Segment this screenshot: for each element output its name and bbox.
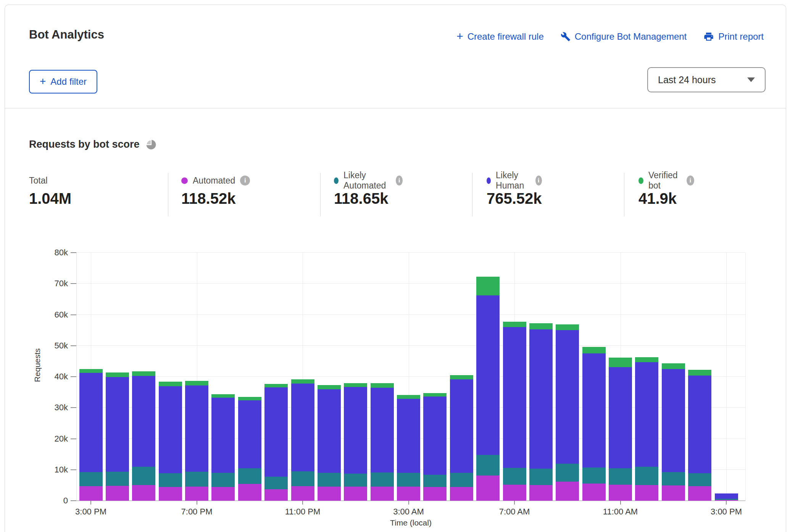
- chart-bar-4-00-AM[interactable]: [423, 393, 447, 501]
- chart-bar-1-00-AM[interactable]: [344, 383, 367, 501]
- x-axis-tick: [726, 501, 727, 505]
- bar-segment-automated: [211, 487, 235, 501]
- bar-segment-likely-automated: [344, 474, 367, 487]
- bar-segment-likely-human: [344, 387, 367, 474]
- plot-right-border: [745, 253, 746, 501]
- chart-bar-9-00-AM[interactable]: [556, 324, 579, 501]
- bar-segment-verified-bot: [79, 369, 103, 373]
- bar-segment-verified-bot: [582, 347, 606, 353]
- chart-bar-11-00-PM[interactable]: [291, 379, 314, 501]
- y-tick-label: 40k: [38, 372, 68, 382]
- bar-segment-likely-automated: [556, 464, 579, 482]
- bar-segment-likely-human: [79, 373, 103, 472]
- chart-bar-2-00-AM[interactable]: [371, 383, 394, 501]
- bar-segment-likely-human: [397, 399, 420, 473]
- bar-segment-automated: [556, 482, 579, 501]
- bar-segment-likely-automated: [132, 467, 155, 485]
- bar-segment-automated: [106, 486, 129, 501]
- chart-bar-8-00-PM[interactable]: [211, 394, 235, 501]
- bar-segment-likely-automated: [159, 473, 182, 487]
- y-tick-label: 50k: [38, 341, 68, 351]
- bar-segment-verified-bot: [159, 382, 182, 386]
- y-axis-tick: [71, 500, 76, 501]
- bar-segment-automated: [635, 485, 658, 501]
- y-axis-tick: [71, 376, 76, 377]
- chart-bar-10-00-PM[interactable]: [264, 384, 288, 501]
- x-tick-label: 11:00 AM: [586, 507, 655, 517]
- bar-segment-likely-human: [476, 295, 500, 455]
- y-tick-label: 10k: [38, 465, 68, 475]
- bar-segment-verified-bot: [397, 395, 420, 399]
- bar-segment-likely-automated: [582, 468, 606, 484]
- bar-segment-likely-human: [211, 398, 235, 473]
- bar-segment-verified-bot: [635, 357, 658, 362]
- bar-segment-likely-automated: [662, 472, 685, 485]
- bar-segment-likely-automated: [106, 472, 129, 486]
- bar-segment-verified-bot: [185, 381, 208, 385]
- bar-segment-automated: [318, 487, 341, 501]
- bar-segment-verified-bot: [264, 384, 288, 388]
- bar-segment-verified-bot: [106, 372, 129, 377]
- bar-segment-likely-automated: [79, 472, 103, 486]
- x-tick-label: 3:00 PM: [692, 507, 761, 517]
- requests-chart: 010k20k30k40k50k60k70k80k3:00 PM7:00 PM1…: [0, 0, 790, 532]
- chart-bar-4-00-PM[interactable]: [106, 372, 129, 501]
- bar-segment-likely-automated: [529, 469, 553, 485]
- y-tick-label: 0: [38, 496, 68, 506]
- bar-segment-likely-human: [371, 388, 394, 472]
- bar-segment-verified-bot: [371, 383, 394, 388]
- x-axis-tick: [302, 501, 303, 505]
- bar-segment-likely-human: [264, 387, 288, 476]
- x-axis-tick: [90, 501, 91, 505]
- y-axis-tick: [71, 438, 76, 439]
- y-tick-label: 70k: [38, 279, 68, 289]
- chart-bar-2-00-PM[interactable]: [688, 370, 711, 501]
- chart-bar-3-00-PM[interactable]: [715, 493, 738, 501]
- bar-segment-likely-automated: [609, 468, 632, 485]
- chart-bar-7-00-AM[interactable]: [503, 322, 526, 501]
- chart-bar-3-00-AM[interactable]: [397, 395, 420, 501]
- bar-segment-likely-human: [450, 379, 473, 473]
- bar-segment-likely-automated: [371, 472, 394, 487]
- bar-segment-likely-human: [503, 327, 526, 468]
- gridline-h: [76, 252, 745, 253]
- bar-segment-verified-bot: [556, 324, 579, 330]
- chart-bar-5-00-AM[interactable]: [450, 375, 473, 501]
- chart-bar-6-00-AM[interactable]: [476, 277, 500, 501]
- y-tick-label: 80k: [38, 248, 68, 258]
- bar-segment-automated: [529, 485, 553, 501]
- chart-bar-5-00-PM[interactable]: [132, 371, 155, 501]
- chart-bar-6-00-PM[interactable]: [159, 382, 182, 501]
- chart-bar-9-00-PM[interactable]: [238, 397, 261, 501]
- bar-segment-automated: [609, 485, 632, 501]
- bar-segment-likely-human: [609, 367, 632, 468]
- bar-segment-likely-human: [582, 353, 606, 468]
- chart-bar-1-00-PM[interactable]: [662, 363, 685, 501]
- x-tick-label: 3:00 PM: [56, 507, 125, 517]
- chart-bar-11-00-AM[interactable]: [609, 358, 632, 501]
- bar-segment-automated: [662, 485, 685, 501]
- y-axis-tick: [71, 407, 76, 408]
- bar-segment-likely-human: [159, 386, 182, 473]
- bar-segment-automated: [79, 486, 103, 501]
- x-axis-title: Time (local): [354, 518, 468, 527]
- bar-segment-likely-automated: [185, 472, 208, 486]
- y-tick-label: 60k: [38, 310, 68, 320]
- chart-bar-7-00-PM[interactable]: [185, 381, 208, 501]
- bar-segment-likely-automated: [291, 471, 314, 486]
- bar-segment-automated: [397, 487, 420, 501]
- bar-segment-likely-human: [662, 369, 685, 472]
- chart-bar-3-00-PM[interactable]: [79, 369, 103, 501]
- bar-segment-likely-human: [529, 329, 553, 469]
- bar-segment-likely-automated: [635, 467, 658, 485]
- bot-analytics-page: Bot Analytics + Create firewall rule Con…: [0, 0, 790, 532]
- chart-bar-12-00-AM[interactable]: [318, 385, 341, 501]
- y-axis-tick: [71, 314, 76, 315]
- x-tick-label: 11:00 PM: [268, 507, 337, 517]
- bar-segment-likely-automated: [423, 475, 447, 487]
- chart-bar-10-00-AM[interactable]: [582, 347, 606, 501]
- chart-bar-8-00-AM[interactable]: [529, 323, 553, 501]
- chart-bar-12-00-PM[interactable]: [635, 357, 658, 501]
- bar-segment-likely-automated: [264, 477, 288, 489]
- bar-segment-likely-automated: [450, 473, 473, 487]
